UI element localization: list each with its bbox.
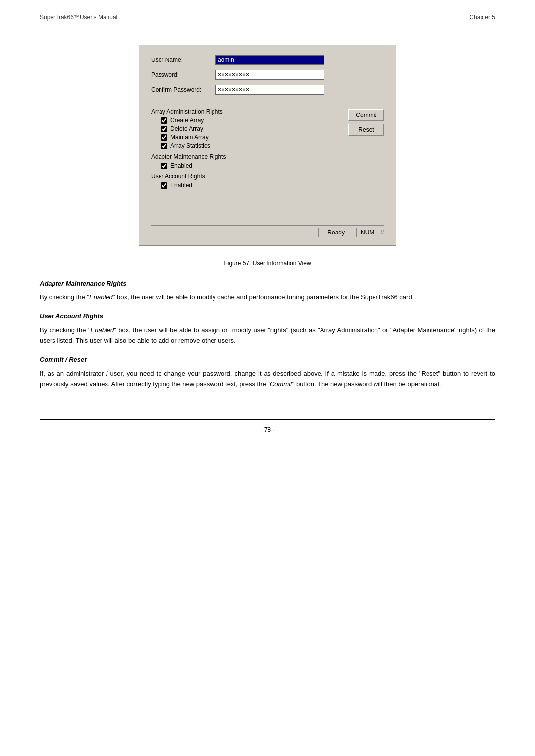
- create-array-checkbox[interactable]: [161, 117, 167, 124]
- confirm-password-input[interactable]: [215, 85, 324, 95]
- array-statistics-row: Array Statistics: [161, 142, 348, 149]
- adapter-maintenance-title: Adapter Maintenance Rights: [151, 153, 348, 160]
- rights-left: Array Administration Rights Create Array…: [151, 108, 348, 190]
- password-input[interactable]: [215, 70, 324, 80]
- user-account-enabled-label: Enabled: [170, 182, 192, 189]
- rights-area: Array Administration Rights Create Array…: [151, 108, 384, 190]
- delete-array-checkbox[interactable]: [161, 126, 167, 132]
- commit-button[interactable]: Commit: [348, 109, 384, 121]
- header-left: SuperTrak66™User's Manual: [40, 14, 117, 21]
- status-ready: Ready: [318, 228, 354, 237]
- array-admin-title: Array Administration Rights: [151, 108, 348, 115]
- maintain-array-checkbox[interactable]: [161, 134, 167, 141]
- resize-handle-icon: //: [380, 229, 384, 236]
- divider: [151, 102, 384, 102]
- header-right: Chapter 5: [469, 14, 495, 21]
- user-account-enabled-checkbox[interactable]: [161, 182, 167, 189]
- username-label: User Name:: [151, 57, 215, 63]
- commit-reset-paragraph: If, as an administrator / user, you need…: [40, 368, 495, 390]
- password-label: Password:: [151, 71, 215, 78]
- status-num: NUM: [356, 228, 378, 237]
- page-number: - 78 -: [260, 426, 275, 433]
- status-bar: Ready NUM //: [151, 225, 384, 237]
- adapter-enabled-checkbox[interactable]: [161, 163, 167, 169]
- delete-array-label: Delete Array: [170, 125, 203, 132]
- page-footer: - 78 -: [40, 419, 495, 433]
- adapter-enabled-label: Enabled: [170, 162, 192, 169]
- section-heading-commit-reset: Commit / Reset: [40, 355, 495, 365]
- adapter-paragraph: By checking the "Enabled" box, the user …: [40, 292, 495, 302]
- section-heading-adapter: Adapter Maintenance Rights: [40, 279, 495, 289]
- array-statistics-checkbox[interactable]: [161, 143, 167, 149]
- section-heading-user-account: User Account Rights: [40, 311, 495, 322]
- username-input[interactable]: [215, 55, 324, 65]
- action-buttons: Commit Reset: [348, 109, 384, 136]
- maintain-array-label: Maintain Array: [170, 134, 209, 141]
- content-area: Adapter Maintenance Rights By checking t…: [40, 279, 495, 390]
- page-header: SuperTrak66™User's Manual Chapter 5: [40, 0, 495, 30]
- user-account-title: User Account Rights: [151, 173, 348, 180]
- create-array-label: Create Array: [170, 117, 204, 124]
- password-row: Password:: [151, 70, 384, 80]
- page: SuperTrak66™User's Manual Chapter 5 User…: [0, 0, 535, 756]
- create-array-row: Create Array: [161, 117, 348, 124]
- confirm-password-row: Confirm Password:: [151, 85, 384, 95]
- user-account-paragraph: By checking the "Enabled" box, the user …: [40, 325, 495, 346]
- reset-button[interactable]: Reset: [348, 124, 384, 136]
- dialog-box: User Name: Password: Confirm Password: A…: [139, 45, 396, 246]
- username-row: User Name:: [151, 55, 384, 65]
- maintain-array-row: Maintain Array: [161, 134, 348, 141]
- user-account-enabled-row: Enabled: [161, 182, 348, 189]
- delete-array-row: Delete Array: [161, 125, 348, 132]
- confirm-password-label: Confirm Password:: [151, 86, 215, 93]
- figure-caption: Figure 57: User Information View: [40, 260, 495, 267]
- array-statistics-label: Array Statistics: [170, 142, 210, 149]
- adapter-enabled-row: Enabled: [161, 162, 348, 169]
